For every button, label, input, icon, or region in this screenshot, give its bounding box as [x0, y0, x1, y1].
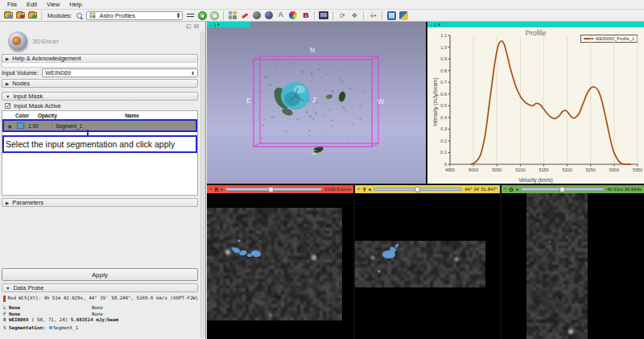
menu-file[interactable]: File	[3, 0, 21, 9]
slider-handle[interactable]	[268, 187, 274, 192]
input-mask-active-checkbox[interactable]	[5, 103, 10, 109]
probe-red-text: WCS[XY]: 4h 51m 42.029s, 44° 35' 58.249"…	[19, 296, 198, 302]
back-icon[interactable]	[197, 11, 207, 20]
eye-icon[interactable]: ◉	[4, 123, 15, 129]
menu-bar: File Edit View Help	[0, 0, 644, 10]
input-volume-spin-icon[interactable]: ⬍	[191, 70, 195, 76]
parameters-section-header[interactable]: ▶ Parameters	[2, 198, 198, 207]
yellow-slice-image[interactable]	[355, 193, 500, 339]
extensions-icon[interactable]	[386, 11, 396, 20]
green-slice-bar[interactable]: − G 4h 51m 30.664s	[502, 185, 644, 193]
view-3d[interactable]: − 1 N E W S Z	[207, 22, 426, 184]
data-probe-section-header[interactable]: ▼ Data Probe	[2, 283, 198, 292]
annotate-icon[interactable]	[240, 11, 250, 20]
green-slice-image[interactable]	[502, 193, 644, 339]
svg-text:4950: 4950	[445, 167, 455, 172]
collapse-icon[interactable]: −	[209, 187, 213, 192]
svg-text:0.1: 0.1	[440, 150, 447, 155]
module-selector[interactable]: Astro Profiles ▲▼	[86, 11, 183, 20]
red-slice-slider[interactable]	[225, 188, 322, 191]
yellow-slice-bar[interactable]: − Y 44° 34' 51.847"	[355, 185, 500, 193]
mouse-rotate-icon[interactable]: ⟳	[337, 11, 347, 20]
slider-handle[interactable]	[415, 187, 420, 192]
pin-icon[interactable]	[516, 188, 518, 191]
load-data-icon[interactable]	[3, 11, 13, 20]
orientation-label-w: W	[378, 97, 384, 105]
orientation-label-n: N	[310, 46, 315, 54]
view-3d-controller-bar[interactable]: − 1	[207, 22, 250, 27]
slice-view-red[interactable]: − R 5169.6 km/s	[207, 185, 353, 339]
models-icon[interactable]	[252, 11, 262, 20]
svg-text:5050: 5050	[492, 167, 502, 172]
nodes-section-header[interactable]: ▶ Nodes	[2, 79, 198, 88]
menu-edit[interactable]: Edit	[23, 0, 41, 9]
input-volume-value: WEIN069	[45, 69, 71, 76]
python-console-icon[interactable]	[398, 11, 408, 20]
screenshot-icon[interactable]	[319, 11, 328, 20]
collapse-icon[interactable]: −	[430, 23, 432, 27]
help-section-label: Help & Acknowledgement	[12, 55, 80, 62]
yellow-slice-slider[interactable]	[374, 188, 462, 191]
slice-view-yellow[interactable]: − Y 44° 34' 51.847"	[355, 185, 500, 339]
add-data-icon[interactable]	[27, 11, 37, 20]
svg-text:0.5: 0.5	[440, 103, 447, 108]
place-fiducial-icon[interactable]: +▾	[368, 11, 378, 20]
probe-b-row: B WEIN069 ( 58, 71, 24) 5.683514 mJy/bea…	[3, 317, 204, 324]
mouse-translate-icon[interactable]: ✥	[349, 11, 359, 20]
segmentation-table-header: Color Opacity Name	[2, 111, 197, 120]
red-slice-image[interactable]	[207, 193, 353, 339]
collapse-icon[interactable]: −	[209, 23, 212, 27]
module-history-icon[interactable]	[185, 11, 195, 20]
orientation-label-s: S	[312, 148, 316, 156]
red-slice-bar[interactable]: − R 5169.6 km/s	[207, 185, 353, 193]
forward-icon[interactable]	[209, 11, 219, 20]
toolbar: Modules: Astro Profiles ▲▼ B ⟳ ✥ +▾	[0, 10, 644, 22]
menu-view[interactable]: View	[43, 0, 64, 9]
pin-icon[interactable]	[438, 23, 440, 26]
pin-icon[interactable]	[217, 23, 220, 26]
module-selector-spin[interactable]: ▲▼	[175, 12, 180, 19]
segment-color-swatch[interactable]	[17, 122, 24, 129]
editor-icon[interactable]: B	[300, 11, 310, 20]
parameters-section-label: Parameters	[12, 199, 43, 206]
pin-icon[interactable]	[221, 188, 223, 191]
slice-view-green[interactable]: − G 4h 51m 30.664s	[502, 185, 644, 339]
view-chart[interactable]: − 1 Profile WEIN069_Profile_1 4950500050…	[427, 22, 644, 184]
svg-text:5100: 5100	[515, 167, 525, 172]
svg-text:1.0: 1.0	[440, 45, 447, 50]
slicer-logo-text: 3DSlicer	[32, 38, 59, 45]
orientation-label-e: E	[246, 97, 251, 105]
panel-scrollbar[interactable]	[200, 31, 204, 337]
collapse-icon[interactable]: −	[504, 187, 507, 192]
close-panel-icon[interactable]: ☒	[194, 23, 199, 30]
svg-text:5000: 5000	[469, 167, 478, 172]
input-volume-selector[interactable]: WEIN069 ⬍	[42, 68, 198, 77]
input-volume-row: Input Volume: WEIN069 ⬍	[2, 68, 198, 77]
measure-icon[interactable]	[276, 11, 286, 20]
toolbar-separator	[363, 11, 364, 20]
volumes-icon[interactable]	[264, 11, 274, 20]
chart-controller-bar[interactable]: − 1	[427, 22, 644, 27]
undock-panel-icon[interactable]: ◱	[186, 23, 192, 30]
table-row[interactable]: ◉ 1.00 Segment_1	[4, 121, 196, 130]
collapse-icon[interactable]: −	[357, 187, 361, 192]
yellow-slice-offset: 44° 34' 51.847"	[464, 187, 497, 192]
menu-help[interactable]: Help	[65, 0, 85, 9]
pin-icon[interactable]	[369, 188, 371, 191]
view-3d-id: 1	[213, 23, 216, 27]
apply-button[interactable]: Apply	[2, 268, 198, 281]
green-slice-letter: G	[510, 187, 514, 192]
input-mask-section-header[interactable]: ▼ Input Mask	[2, 92, 198, 101]
slider-handle[interactable]	[559, 187, 565, 192]
colors-icon[interactable]	[288, 11, 298, 20]
segment-opacity: 1.00	[24, 123, 52, 129]
green-slice-slider[interactable]	[521, 188, 605, 191]
svg-text:5200: 5200	[563, 167, 572, 172]
svg-text:0.3: 0.3	[440, 126, 447, 131]
segment-color-dot	[49, 326, 52, 329]
layout-icon[interactable]	[228, 11, 237, 20]
module-search-icon[interactable]	[74, 11, 84, 20]
chart-view-id: 1	[434, 23, 436, 27]
save-data-icon[interactable]	[15, 11, 25, 20]
segment-name: Segment_1	[52, 123, 196, 129]
